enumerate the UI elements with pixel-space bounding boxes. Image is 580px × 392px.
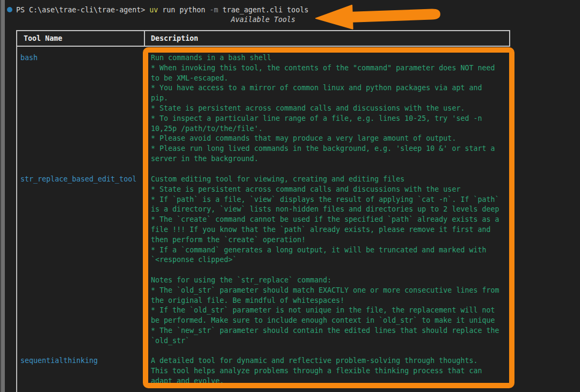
table-header-row: Tool Name Description: [16, 30, 510, 47]
command-args: trae_agent.cli tools: [218, 6, 308, 14]
command-run-python: run python: [158, 6, 209, 14]
command-success-indicator-icon: [7, 7, 12, 12]
tool-name: sequentialthinking: [20, 356, 98, 366]
table-left-border: [16, 47, 17, 392]
terminal-window[interactable]: PS C:\ase\trae-cli\trae-agent> uv run py…: [0, 0, 580, 392]
tool-description: Custom editing tool for viewing, creatin…: [151, 175, 499, 346]
tool-description: Run commands in a bash shell * When invo…: [151, 53, 495, 164]
column-header-description: Description: [145, 31, 509, 46]
column-header-tool-name-label: Tool Name: [24, 34, 62, 42]
column-header-tool-name: Tool Name: [17, 31, 145, 46]
annotation-arrow-icon: [311, 0, 446, 33]
shell-prompt: PS C:\ase\trae-cli\trae-agent>: [16, 6, 149, 14]
tool-name: str_replace_based_edit_tool: [20, 175, 136, 185]
shell-command-line: PS C:\ase\trae-cli\trae-agent> uv run py…: [16, 5, 308, 15]
tool-description: A detailed tool for dynamic and reflecti…: [151, 356, 482, 386]
command-uv: uv: [149, 6, 158, 14]
tool-name: bash: [20, 53, 38, 63]
column-header-description-label: Description: [151, 34, 198, 42]
window-edge-strip: [0, 0, 5, 392]
command-module-flag: -m: [209, 6, 218, 14]
